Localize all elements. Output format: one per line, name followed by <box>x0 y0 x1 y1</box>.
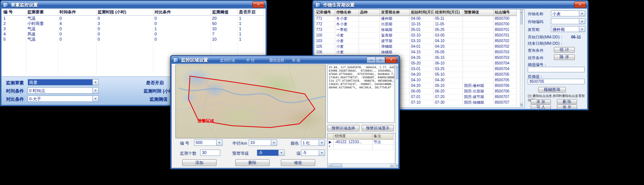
table-cell: 100 <box>315 33 335 38</box>
stage-select[interactable]: 播种期 ▼ <box>551 26 585 32</box>
chevron-down-icon[interactable]: ▼ <box>92 88 98 93</box>
modify-button[interactable]: 修改 <box>281 159 315 166</box>
monitor-count-input[interactable]: 30 <box>200 150 220 156</box>
coordinates-textarea[interactable]: 25.84, 117.92045978, -909414, 1.17, 6419… <box>327 65 395 123</box>
chevron-down-icon[interactable]: ▼ <box>278 150 284 156</box>
scrollbar-thumb[interactable] <box>332 164 342 167</box>
table-row[interactable]: 100小麦返青期02-1003-058500701 <box>315 33 524 38</box>
table-vertical-scrollbar[interactable]: ▲ ▼ <box>520 10 523 107</box>
titlebar[interactable]: 监控区域设置 监控区域 半 径 颜色选择 等 级 <box>171 56 399 64</box>
minimize-icon[interactable]: — <box>367 57 376 63</box>
save-button[interactable]: 保 存 <box>557 104 577 109</box>
chevron-down-icon[interactable]: ▼ <box>319 140 325 145</box>
table-cell: 04-06 <box>410 16 434 22</box>
scrollbar-thumb[interactable] <box>521 14 522 24</box>
warn-level-select[interactable]: -5 ▼ <box>257 150 285 156</box>
column-header[interactable]: 站点编号 <box>494 10 517 16</box>
table-row[interactable]: ▶-45122. 12233...节点 <box>328 139 395 145</box>
table-row[interactable]: * <box>328 145 395 150</box>
table-row[interactable]: 772冬小麦出苗期10-1511-058500700 <box>315 22 524 27</box>
scrollbar-track[interactable] <box>342 164 390 167</box>
query-button[interactable]: 统 计 <box>554 47 575 53</box>
color-select[interactable]: 1 红 ▼ <box>301 139 325 146</box>
maximize-icon[interactable]: □ <box>375 57 385 63</box>
column-header[interactable]: 时间条件 <box>58 9 96 16</box>
table-cell: 8500702 <box>494 38 517 44</box>
column-header[interactable]: 品种 <box>359 10 380 16</box>
chevron-down-icon[interactable]: ▼ <box>216 140 222 145</box>
column-header[interactable]: 监测阈值 <box>211 9 238 16</box>
add-button[interactable]: 添加 <box>182 159 217 166</box>
chevron-down-icon[interactable]: ▼ <box>271 140 277 145</box>
table-row[interactable]: 3气温001101 <box>2 26 265 31</box>
compare-condition-select[interactable]: 0-大于 ▼ <box>28 95 99 102</box>
crop-name-select[interactable]: 小麦 ▼ <box>551 10 585 16</box>
select-area-button[interactable]: 预警区域选择 <box>327 125 359 131</box>
scroll-up-icon[interactable]: ▲ <box>396 65 398 68</box>
element-select[interactable]: 雨量 ▼ <box>28 79 99 85</box>
titlebar[interactable]: 作物生育期设置 <box>313 1 588 9</box>
column-header[interactable]: 是否开启 <box>238 9 264 16</box>
column-header[interactable]: 作物名称 <box>335 10 359 16</box>
station-input[interactable]: 8500705 <box>528 79 585 84</box>
table-row[interactable]: 4风速00071 <box>2 31 265 37</box>
radius-select[interactable]: 10 ▼ <box>249 139 277 146</box>
add-button[interactable]: 添 加 <box>531 99 551 104</box>
scroll-left-icon[interactable]: ◄ <box>328 164 332 167</box>
color-value: 1 红 <box>301 140 319 145</box>
points-horizontal-scrollbar[interactable]: ◄ ► <box>327 163 395 167</box>
column-header[interactable]: 经纬度 <box>334 134 372 139</box>
chevron-down-icon[interactable]: ▼ <box>579 11 585 16</box>
table-cell: 1 <box>238 21 264 26</box>
table-row[interactable]: 5气温000101 <box>2 37 265 42</box>
table-cell: 8500707 <box>494 100 517 106</box>
sort-button[interactable]: 降 序 <box>554 54 575 60</box>
column-header[interactable]: 起始时间(月日) <box>410 10 434 16</box>
scroll-up-icon[interactable]: ▲ <box>520 10 523 13</box>
fuzzy-query-button[interactable]: 模糊查询 <box>538 87 566 92</box>
table-cell: 0 <box>153 16 211 21</box>
column-header[interactable]: 预警阈值 <box>463 10 494 16</box>
close-icon[interactable]: ✕ <box>574 1 586 8</box>
column-header[interactable]: 记录编号 <box>315 10 335 16</box>
delete-button[interactable]: 删除 <box>235 159 270 166</box>
column-header[interactable]: 监测要素 <box>26 9 58 16</box>
time-condition-select[interactable]: 0 时间点 ▼ <box>28 87 99 94</box>
points-table[interactable]: 经纬度备注▶-45122. 12233...节点* <box>327 133 395 164</box>
threshold-no-input[interactable] <box>528 67 585 72</box>
delete-button[interactable]: 删 除 <box>557 99 577 104</box>
close-icon[interactable]: ✕ <box>252 1 264 8</box>
table-row[interactable]: 1气温000201 <box>2 16 265 21</box>
table-row[interactable]: 773一季稻移栽期05-0105-258500701 <box>315 27 524 33</box>
area-no-select[interactable]: 500 ▼ <box>194 139 223 146</box>
column-header[interactable]: 编 号 <box>2 9 26 16</box>
column-header[interactable]: 监测时段 (小时) <box>96 9 153 16</box>
column-header[interactable]: 备注 <box>372 134 393 139</box>
chevron-down-icon[interactable]: ▼ <box>92 96 98 101</box>
grade-select[interactable]: -5 ▼ <box>301 150 325 156</box>
panel-vertical-scrollbar[interactable]: ▲ ▼ <box>395 65 398 167</box>
scroll-down-icon[interactable]: ▼ <box>520 103 523 106</box>
titlebar[interactable]: 要素监控设置 <box>1 1 266 9</box>
write-button[interactable]: 写 入 <box>531 104 551 109</box>
column-header[interactable]: 发育期名称 <box>380 10 410 16</box>
chevron-down-icon[interactable]: ▼ <box>92 79 98 85</box>
scroll-down-icon[interactable]: ▼ <box>396 164 398 167</box>
column-header[interactable]: 结束时间(月日) <box>434 10 463 16</box>
scroll-right-icon[interactable]: ► <box>390 164 394 167</box>
table-row[interactable]: 771冬小麦播种期04-0605-118500700 <box>315 16 524 22</box>
close-icon[interactable]: ✕ <box>385 57 397 63</box>
table-row[interactable]: 106小麦抽穗期04-1505-058500703 <box>315 50 524 55</box>
scrollbar-thumb[interactable] <box>396 69 398 79</box>
chevron-down-icon[interactable]: ▼ <box>319 150 325 156</box>
show-area-button[interactable]: 预警区域显示 <box>362 125 394 131</box>
chevron-down-icon[interactable]: ▼ <box>579 19 585 24</box>
table-row[interactable]: 105小麦孕穗期04-0104-208500702 <box>315 44 524 50</box>
table-row[interactable]: 2小时雨量430501 <box>2 21 265 26</box>
chevron-down-icon[interactable]: ▼ <box>579 26 585 32</box>
table-row[interactable]: 103小麦拔节期03-1004-108500702 <box>315 38 524 44</box>
map-view[interactable]: 预警区域 <box>175 65 326 138</box>
column-header[interactable] <box>328 134 334 139</box>
crop-code-select[interactable]: ▼ <box>551 18 585 24</box>
column-header[interactable]: 对比条件 <box>153 9 211 16</box>
